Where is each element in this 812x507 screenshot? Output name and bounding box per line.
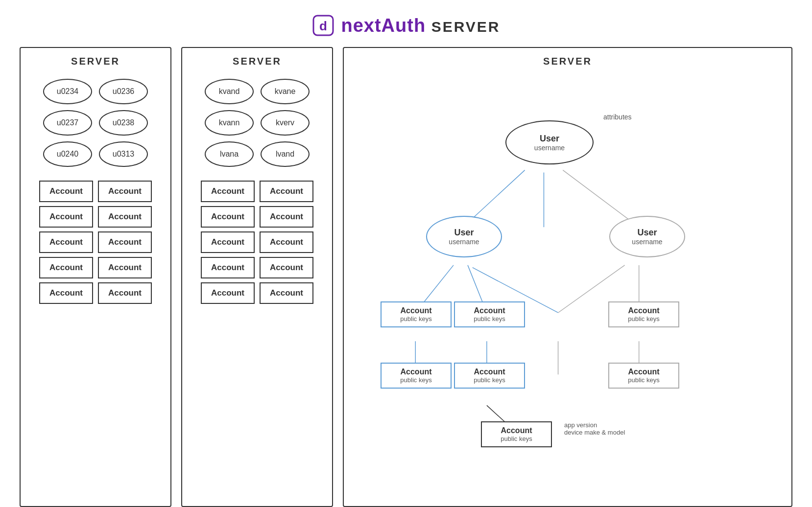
account-box: Account — [201, 282, 255, 304]
brand-name: nextAuth — [341, 15, 426, 36]
user-gray-title: User — [637, 228, 657, 238]
accounts-grid-2: Account Account Account Account Account … — [201, 181, 313, 304]
accounts-grid-1: Account Account Account Account Account … — [39, 181, 152, 304]
ellipses-row-1-1: u0234 u0236 — [43, 79, 148, 104]
account-box: Account — [98, 231, 152, 253]
account-box: Account — [201, 206, 255, 228]
accounts-row-1-2: Account Account — [39, 206, 152, 228]
account-title: Account — [474, 306, 505, 315]
accounts-row-2-2: Account Account — [201, 206, 313, 228]
account-box: Account — [39, 282, 93, 304]
ellipse-lvand: lvand — [261, 141, 310, 167]
account-title: Account — [628, 306, 660, 315]
ellipse-kverv: kverv — [261, 110, 310, 136]
server-panel-3-title: SERVER — [543, 56, 592, 67]
account-box: Account — [201, 181, 255, 202]
account-box: Account — [39, 257, 93, 278]
app-version-label: app version device make & model — [564, 421, 625, 436]
ellipses-row-1-2: u0237 u0238 — [43, 110, 148, 136]
ellipse-u0236: u0236 — [99, 79, 148, 104]
server-panel-3: SERVER — [343, 47, 792, 507]
accounts-row-2-3: Account Account — [201, 231, 313, 253]
server-panel-2: SERVER kvand kvane kvann kverv lvana lva… — [181, 47, 333, 507]
account-mid-3: Account public keys — [608, 363, 679, 389]
account-mid-1: Account public keys — [381, 363, 452, 389]
user-main-sub: username — [534, 144, 565, 152]
account-box: Account — [98, 181, 152, 202]
account-top-3: Account public keys — [608, 301, 679, 327]
ellipses-row-2-2: kvann kverv — [205, 110, 310, 136]
accounts-row-1-1: Account Account — [39, 181, 152, 202]
device-text: device make & model — [564, 429, 625, 436]
ellipses-row-2-1: kvand kvane — [205, 79, 310, 104]
ellipse-u0237: u0237 — [43, 110, 92, 136]
main-content: SERVER u0234 u0236 u0237 u0238 u0240 u03… — [0, 47, 812, 507]
user-blue-ellipse: User username — [426, 216, 502, 257]
account-box: Account — [39, 231, 93, 253]
ellipse-u0313: u0313 — [99, 141, 148, 167]
account-sub: public keys — [474, 376, 505, 384]
account-box: Account — [98, 206, 152, 228]
account-box: Account — [39, 181, 93, 202]
account-top-1: Account public keys — [381, 301, 452, 327]
account-title: Account — [628, 368, 660, 376]
account-title: Account — [501, 426, 532, 435]
ellipse-u0240: u0240 — [43, 141, 92, 167]
accounts-row-2-5: Account Account — [201, 282, 313, 304]
user-main-ellipse: User username — [505, 120, 594, 164]
server-panel-1: SERVER u0234 u0236 u0237 u0238 u0240 u03… — [20, 47, 171, 507]
server-panel-1-title: SERVER — [71, 56, 120, 67]
app-version-text: app version — [564, 421, 597, 429]
accounts-row-1-4: Account Account — [39, 257, 152, 278]
account-sub: public keys — [628, 376, 659, 384]
account-box: Account — [260, 206, 313, 228]
account-box: Account — [98, 257, 152, 278]
server-label: SERVER — [431, 19, 501, 35]
ellipses-grid-1: u0234 u0236 u0237 u0238 u0240 u0313 — [43, 79, 148, 167]
account-bottom: Account public keys — [481, 421, 552, 447]
ellipse-u0238: u0238 — [99, 110, 148, 136]
account-title: Account — [401, 306, 432, 315]
account-sub: public keys — [501, 435, 532, 442]
ellipse-u0234: u0234 — [43, 79, 92, 104]
attributes-label: attributes — [603, 113, 632, 121]
account-box: Account — [201, 231, 255, 253]
diagram-area: attributes User username User username U… — [354, 79, 782, 480]
account-sub: public keys — [400, 376, 431, 384]
ellipses-row-1-3: u0240 u0313 — [43, 141, 148, 167]
ellipse-kvann: kvann — [205, 110, 254, 136]
account-sub: public keys — [628, 315, 659, 323]
user-blue-title: User — [454, 228, 474, 238]
ellipse-kvane: kvane — [261, 79, 310, 104]
user-gray-sub: username — [632, 238, 662, 246]
account-mid-2: Account public keys — [454, 363, 525, 389]
user-main-title: User — [540, 134, 559, 144]
accounts-row-2-4: Account Account — [201, 257, 313, 278]
account-box: Account — [260, 231, 313, 253]
account-box: Account — [260, 282, 313, 304]
user-gray-ellipse: User username — [609, 216, 685, 257]
server-panel-2-title: SERVER — [233, 56, 282, 67]
nextauth-logo-icon: d — [311, 14, 335, 37]
ellipses-row-2-3: lvana lvand — [205, 141, 310, 167]
account-box: Account — [201, 257, 255, 278]
header-title: nextAuth SERVER — [341, 15, 500, 36]
ellipse-kvand: kvand — [205, 79, 254, 104]
account-top-2: Account public keys — [454, 301, 525, 327]
ellipse-lvana: lvana — [205, 141, 254, 167]
ellipses-grid-2: kvand kvane kvann kverv lvana lvand — [205, 79, 310, 167]
accounts-row-2-1: Account Account — [201, 181, 313, 202]
account-box: Account — [260, 181, 313, 202]
header: d nextAuth SERVER — [311, 0, 500, 47]
accounts-row-1-5: Account Account — [39, 282, 152, 304]
account-sub: public keys — [474, 315, 505, 323]
accounts-row-1-3: Account Account — [39, 231, 152, 253]
account-title: Account — [401, 368, 432, 376]
user-blue-sub: username — [449, 238, 479, 246]
account-title: Account — [474, 368, 505, 376]
svg-text:d: d — [320, 19, 328, 33]
account-box: Account — [98, 282, 152, 304]
account-sub: public keys — [400, 315, 431, 323]
account-box: Account — [39, 206, 93, 228]
account-box: Account — [260, 257, 313, 278]
